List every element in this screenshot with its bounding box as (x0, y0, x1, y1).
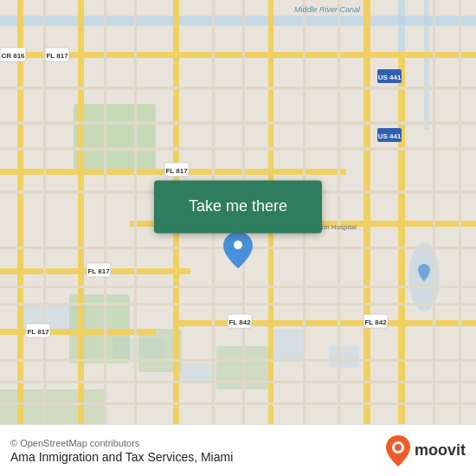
svg-rect-9 (329, 346, 359, 368)
svg-rect-44 (433, 0, 435, 424)
svg-text:US 441: US 441 (378, 74, 402, 81)
svg-text:FL 842: FL 842 (364, 318, 387, 326)
svg-rect-33 (0, 303, 476, 306)
place-name: Ama Inmigration and Tax Services, Miami (10, 450, 233, 464)
svg-text:FL 817: FL 817 (87, 267, 110, 275)
svg-point-71 (395, 444, 402, 451)
svg-rect-39 (134, 0, 137, 424)
footer: © OpenStreetMap contributors Ama Inmigra… (0, 424, 476, 476)
moovit-logo[interactable]: moovit (385, 435, 466, 466)
svg-rect-10 (74, 104, 156, 169)
svg-text:FL 817: FL 817 (165, 167, 188, 175)
svg-text:FL 817: FL 817 (46, 52, 68, 60)
svg-rect-28 (0, 121, 476, 125)
svg-rect-37 (43, 0, 46, 424)
svg-rect-45 (459, 0, 461, 424)
map-container: FL 817 FL 817 FL 817 FL 817 CR 816 FL 83… (0, 0, 476, 424)
svg-rect-36 (0, 402, 476, 405)
svg-rect-38 (104, 0, 106, 424)
svg-point-69 (234, 241, 242, 249)
svg-rect-14 (0, 389, 104, 424)
svg-rect-43 (338, 0, 340, 424)
svg-text:FL 817: FL 817 (27, 328, 49, 336)
svg-rect-20 (173, 320, 476, 326)
svg-text:CR 816: CR 816 (1, 52, 25, 60)
moovit-pin-icon (385, 435, 411, 466)
svg-text:Middle River Canal: Middle River Canal (294, 5, 361, 14)
moovit-label: moovit (415, 441, 466, 460)
svg-rect-3 (424, 0, 429, 130)
svg-rect-27 (0, 87, 476, 90)
osm-attribution: © OpenStreetMap contributors (10, 438, 233, 448)
svg-rect-29 (0, 147, 476, 151)
svg-text:FL 842: FL 842 (228, 318, 251, 326)
svg-text:US 441: US 441 (378, 132, 402, 140)
svg-rect-26 (398, 52, 405, 424)
svg-rect-35 (0, 381, 476, 383)
svg-rect-32 (0, 286, 476, 288)
footer-left: © OpenStreetMap contributors Ama Inmigra… (10, 438, 233, 464)
svg-rect-34 (0, 359, 476, 362)
take-me-there-button[interactable]: Take me there (154, 180, 322, 233)
